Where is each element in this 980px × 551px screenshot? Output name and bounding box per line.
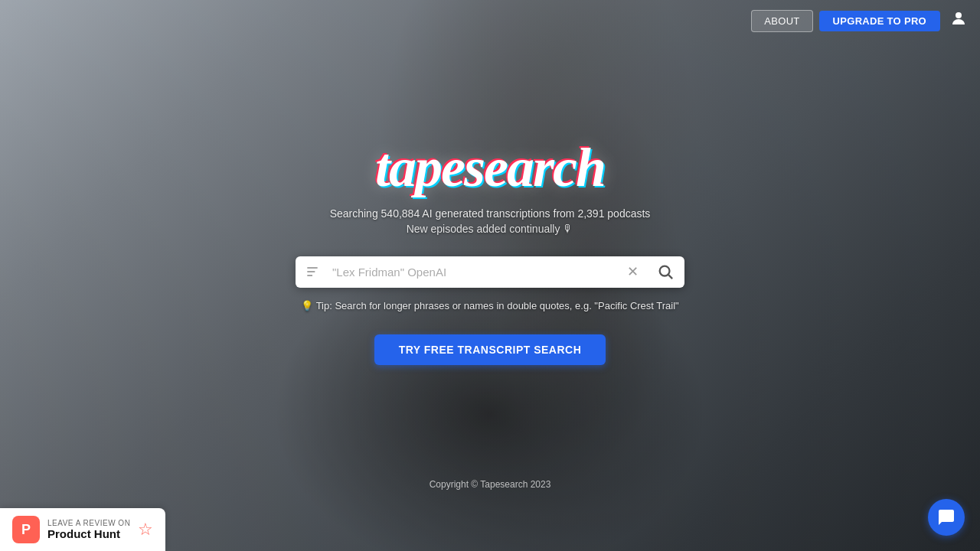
product-hunt-text: LEAVE A REVIEW ON Product Hunt <box>47 519 130 540</box>
search-tip: 💡 Tip: Search for longer phrases or name… <box>301 298 678 314</box>
star-icon: ☆ <box>138 520 153 540</box>
copyright-text: Copyright © Tapesearch 2023 <box>430 479 551 490</box>
clear-icon[interactable]: ✕ <box>619 263 646 280</box>
subtitle-line1: Searching 540,884 AI generated transcrip… <box>330 207 651 220</box>
product-hunt-badge[interactable]: P LEAVE A REVIEW ON Product Hunt ☆ <box>0 508 165 551</box>
product-hunt-logo: P <box>12 516 40 543</box>
search-input[interactable] <box>329 256 619 288</box>
app-logo: tapesearch <box>375 140 605 195</box>
search-button[interactable] <box>646 256 684 288</box>
svg-line-5 <box>668 275 672 279</box>
subtitle-line2: New episodes added continually 🎙 <box>407 223 574 235</box>
product-hunt-name: Product Hunt <box>47 527 130 540</box>
product-hunt-leave-label: LEAVE A REVIEW ON <box>47 519 130 527</box>
svg-point-4 <box>660 266 670 276</box>
filter-icon[interactable] <box>296 264 329 279</box>
chat-button[interactable] <box>928 499 965 536</box>
cta-button[interactable]: TRY FREE TRANSCRIPT SEARCH <box>374 334 606 365</box>
search-bar: ✕ <box>296 256 684 288</box>
main-content: tapesearch Searching 540,884 AI generate… <box>0 0 980 551</box>
